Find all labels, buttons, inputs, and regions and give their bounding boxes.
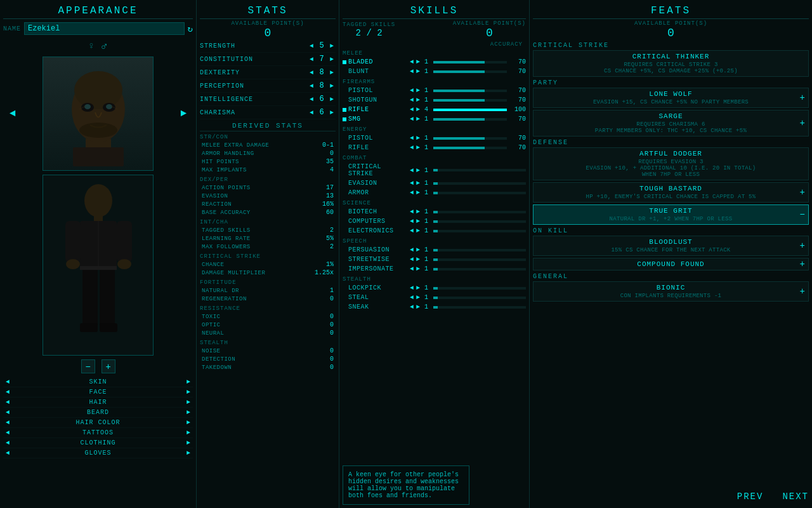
skill-tooltip: A keen eye for other people's hidden des… bbox=[343, 465, 469, 505]
bladed-inc[interactable]: ► bbox=[415, 58, 421, 65]
tough-bastard-plus[interactable]: + bbox=[800, 187, 805, 197]
bladed-level: 1 bbox=[421, 58, 431, 65]
shotgun-inc[interactable]: ► bbox=[415, 97, 421, 104]
tattoos-nav-left[interactable]: ◄ bbox=[3, 429, 12, 436]
beard-nav-left[interactable]: ◄ bbox=[3, 409, 12, 416]
face-nav-left[interactable]: ◄ bbox=[3, 389, 12, 396]
next-button[interactable]: NEXT bbox=[782, 491, 809, 502]
lone-wolf-plus[interactable]: + bbox=[800, 93, 805, 103]
hair-color-nav-left[interactable]: ◄ bbox=[3, 419, 12, 426]
strength-dec[interactable]: ◄ bbox=[308, 43, 315, 50]
true-grit-minus[interactable]: − bbox=[800, 210, 805, 220]
armor-inc[interactable]: ► bbox=[415, 189, 421, 196]
skin-nav-right[interactable]: ► bbox=[184, 378, 193, 385]
intelligence-inc[interactable]: ► bbox=[328, 96, 336, 103]
perception-dec[interactable]: ◄ bbox=[308, 83, 315, 90]
constitution-dec[interactable]: ◄ bbox=[308, 56, 315, 63]
svg-rect-15 bbox=[65, 221, 81, 262]
strength-inc[interactable]: ► bbox=[328, 43, 336, 50]
skin-nav-left[interactable]: ◄ bbox=[3, 378, 12, 385]
face-nav-right[interactable]: ► bbox=[184, 389, 193, 396]
shotgun-name: SHOTGUN bbox=[348, 97, 409, 104]
energy-rifle-inc[interactable]: ► bbox=[415, 144, 421, 151]
constitution-val: 7 bbox=[315, 55, 328, 64]
perception-inc[interactable]: ► bbox=[328, 83, 336, 90]
body-minus-button[interactable]: − bbox=[81, 359, 95, 373]
bionic-plus[interactable]: + bbox=[800, 286, 805, 297]
portrait-nav-right[interactable]: ► bbox=[177, 105, 190, 123]
armor-dec[interactable]: ◄ bbox=[409, 189, 415, 196]
skill-sneak: SNEAK ◄ ► 1 bbox=[343, 302, 526, 312]
critical-thinker-title: CRITICAL THINKER bbox=[537, 53, 805, 60]
skill-armor: ARMOR ◄ ► 1 bbox=[343, 188, 526, 197]
gloves-nav-left[interactable]: ◄ bbox=[3, 450, 12, 457]
blunt-inc[interactable]: ► bbox=[415, 68, 421, 75]
hair-nav-right[interactable]: ► bbox=[184, 399, 193, 406]
cs-inc[interactable]: ► bbox=[415, 167, 421, 174]
energy-pistol-inc[interactable]: ► bbox=[415, 135, 421, 142]
svg-point-6 bbox=[84, 104, 91, 109]
smg-inc[interactable]: ► bbox=[415, 116, 421, 123]
stats-available-label: AVAILABLE POINT(S) bbox=[200, 20, 336, 27]
blunt-name: BLUNT bbox=[348, 68, 409, 75]
bladed-dec[interactable]: ◄ bbox=[409, 58, 415, 65]
evasion-dec[interactable]: ◄ bbox=[409, 180, 415, 187]
energy-category: ENERGY bbox=[343, 126, 526, 133]
gloves-nav-right[interactable]: ► bbox=[184, 450, 193, 457]
svg-rect-19 bbox=[82, 269, 98, 326]
compound-found-plus[interactable]: + bbox=[800, 259, 805, 269]
bloodlust-plus[interactable]: + bbox=[800, 241, 805, 251]
evasion-inc[interactable]: ► bbox=[415, 180, 421, 187]
blunt-dec[interactable]: ◄ bbox=[409, 68, 415, 75]
rifle-dec[interactable]: ◄ bbox=[409, 106, 415, 113]
portrait-nav-left[interactable]: ◄ bbox=[6, 105, 19, 123]
blunt-pct: 70 bbox=[507, 68, 526, 75]
sarge-plus[interactable]: + bbox=[800, 118, 805, 128]
feats-avail-val: 0 bbox=[533, 27, 809, 39]
dexterity-inc[interactable]: ► bbox=[328, 69, 336, 76]
charisma-label: CHARISMA bbox=[200, 109, 308, 116]
charisma-inc[interactable]: ► bbox=[328, 109, 336, 116]
pistol-f-pct: 70 bbox=[507, 87, 526, 94]
refresh-button[interactable]: ↻ bbox=[188, 23, 193, 34]
reaction: REACTION 16% bbox=[200, 200, 336, 208]
hair-nav-left[interactable]: ◄ bbox=[3, 399, 12, 406]
dexterity-dec[interactable]: ◄ bbox=[308, 69, 315, 76]
skills-panel: SKILLS TAGGED SKILLS 2 / 2 AVAILABLE POI… bbox=[339, 0, 530, 508]
charisma-val: 6 bbox=[315, 108, 328, 117]
cs-dec[interactable]: ◄ bbox=[409, 167, 415, 174]
name-row: NAME ↻ bbox=[3, 22, 193, 35]
noise: NOISE 0 bbox=[200, 347, 336, 355]
skills-title: SKILLS bbox=[343, 3, 526, 19]
fortitude-title: FORTITUDE bbox=[200, 279, 336, 286]
beard-nav-right[interactable]: ► bbox=[184, 409, 193, 416]
feat-artful-dodger: ARTFUL DODGER REQUIRES EVASION 3EVASION … bbox=[533, 147, 809, 180]
skills-scroll: MELEE BLADED ◄ ► 1 70 BLUNT ◄ ► 1 70 FIR… bbox=[343, 48, 526, 462]
smg-dec[interactable]: ◄ bbox=[409, 116, 415, 123]
rifle-inc[interactable]: ► bbox=[415, 106, 421, 113]
name-input[interactable] bbox=[24, 22, 185, 35]
body-art bbox=[43, 175, 154, 356]
shotgun-dec[interactable]: ◄ bbox=[409, 97, 415, 104]
portrait-art bbox=[60, 62, 136, 166]
hair-color-nav-right[interactable]: ► bbox=[184, 419, 193, 426]
clothing-nav-right[interactable]: ► bbox=[184, 439, 193, 446]
pistol-f-dec[interactable]: ◄ bbox=[409, 87, 415, 94]
tattoos-nav-right[interactable]: ► bbox=[184, 429, 193, 436]
prev-button[interactable]: PREV bbox=[737, 491, 764, 502]
pistol-f-inc[interactable]: ► bbox=[415, 87, 421, 94]
feat-bionic: BIONIC CON IMPLANTS REQUIREMENTS -1 + bbox=[533, 281, 809, 302]
clothing-nav-left[interactable]: ◄ bbox=[3, 439, 12, 446]
charisma-dec[interactable]: ◄ bbox=[308, 109, 315, 116]
intelligence-dec[interactable]: ◄ bbox=[308, 96, 315, 103]
tooltip-text: A keen eye for other people's hidden des… bbox=[348, 471, 459, 499]
skill-blunt: BLUNT ◄ ► 1 70 bbox=[343, 67, 526, 76]
skills-available-header: AVAILABLE POINT(S) 0 bbox=[453, 19, 526, 39]
body-plus-button[interactable]: + bbox=[102, 359, 115, 373]
lone-wolf-desc: EVASION +15, CS CHANCE +5% NO PARTY MEMB… bbox=[537, 99, 805, 105]
feats-panel: FEATS AVAILABLE POINT(S) 0 CRITICAL STRI… bbox=[530, 0, 812, 508]
speech-category: SPEECH bbox=[343, 238, 526, 244]
energy-pistol-dec[interactable]: ◄ bbox=[409, 135, 415, 142]
constitution-inc[interactable]: ► bbox=[328, 56, 336, 63]
energy-rifle-dec[interactable]: ◄ bbox=[409, 144, 415, 151]
